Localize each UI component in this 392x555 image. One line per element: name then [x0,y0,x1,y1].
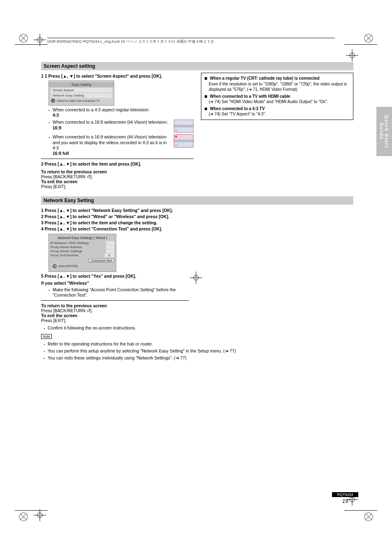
exit-instructions-2: To return to the previous screen Press [… [41,303,194,323]
square-bullet-icon [205,77,207,80]
list-item: Confirm it following the on-screen instr… [44,325,353,331]
list-item: Refer to the operating instructions for … [44,341,353,347]
section-header-screen-aspect: Screen Aspect setting [41,62,353,70]
settings-row: Proxy Server Settings [51,249,114,253]
reg-mark-bl-1 [17,511,30,523]
settings-row: IP Address / DNS Settings [51,241,114,245]
aspect-thumb-16-9 [174,120,194,133]
info-row: When connected to a TV with HDMI cable [205,94,350,99]
info-body: (➔ 74) Set "HDMI Video Mode" and "HDMI A… [209,99,350,105]
left-column: 1 1 Press [▲, ▼] to select "Screen Aspec… [41,73,194,189]
step-2: 2 Press [, ] to select the item and pres… [41,161,194,167]
connection-test-button: Connection Test [89,259,114,263]
settings-row: Proxy Port Number0 [51,253,114,257]
aspect-options-list: When connected to a 4:3 aspect regular t… [48,107,194,156]
square-bullet-icon [205,108,207,110]
section-header-network-easy: Network Easy Setting [41,196,353,205]
list-item: When connected to a 16:9 widescreen (Hi-… [48,134,194,156]
left-column-2: 1 Press [, ] to select "Network Easy Set… [41,207,194,323]
menu-item-network-easy: Network Easy Setting [51,93,112,98]
menu-caption: Select to match the connected TV [57,99,100,102]
footer-page-number: RQT9434 19 [332,492,358,504]
square-bullet-icon [205,95,207,98]
divider [41,159,194,159]
step-5: 5 Press [, ] to select "Yes" and press [… [41,274,194,279]
exit-instructions: To return to the previous screen Press [… [41,169,194,189]
aspect-thumb-16-9-full [174,134,194,147]
settings-title: Network Easy Settings ( Wired ) [51,236,114,240]
info-body: Even if the resolution is set to "1080p"… [209,81,350,92]
info-row: When a regular TV (CRT: cathode ray tube… [205,76,350,81]
step-1: 1 Press [, ] to select "Network Easy Set… [41,208,194,213]
list-item: You can redo these settings individually… [44,355,353,361]
easy-setting-menu: Easy Setting Screen Aspect Network Easy … [48,81,114,106]
menu-item-screen-aspect: Screen Aspect [51,88,112,92]
wireless-note: If you select "Wireless" [41,281,194,286]
network-settings-menu: Network Easy Settings ( Wired ) IP Addre… [48,234,116,272]
crop-rule [344,44,377,45]
step-2: 2 Press [, ] to select "Wired" or "Wirel… [41,214,194,219]
step-4: 4 Press [, ] to select "Connection Test"… [41,226,194,232]
reg-mark-tl-1 [17,32,30,44]
gear-icon: ⚙ [53,264,57,268]
list-item: You can perform this setup anytime by se… [44,348,353,354]
press-enter-text: press [ENTER]. [58,265,78,267]
settings-row: Proxy Server Address [51,245,114,249]
list-item: When connected to a 4:3 aspect regular t… [48,107,194,118]
info-box: When a regular TV (CRT: cathode ray tube… [201,73,353,120]
crop-rule [344,510,377,511]
source-file-header: DMR-BS850&750EG-RQT9434-L_eng.book 19 ペー… [47,38,335,44]
reg-mark-bl-2 [34,509,46,521]
page-number: 19 [332,498,358,504]
step-3: 3 Press [, ] to select the item and chan… [41,220,194,226]
menu-title: Easy Setting [49,82,114,87]
reg-mark-tr-1 [362,32,375,44]
crop-rule [15,44,48,45]
side-tab-quick-start: Quick Start Guide [376,107,392,156]
step-1: 1 1 Press [▲, ▼] to select "Screen Aspec… [41,74,194,79]
info-body: (➔ 74) Set "TV Aspect" to "4:3". [209,111,350,117]
reg-mark-br-1 [362,511,375,523]
info-icon: i [51,99,55,103]
divider [41,300,189,301]
info-row: When connected to a 4:3 TV [205,106,350,112]
doc-code: RQT9434 [332,492,358,497]
right-column: When a regular TV (CRT: cathode ray tube… [201,73,353,189]
crop-rule [15,510,48,511]
list-item: When connected to a 16:9 widescreen (Hi-… [48,120,194,133]
note-label: Note [41,334,52,339]
list-item: Make the following "Access Point Connect… [48,287,194,298]
